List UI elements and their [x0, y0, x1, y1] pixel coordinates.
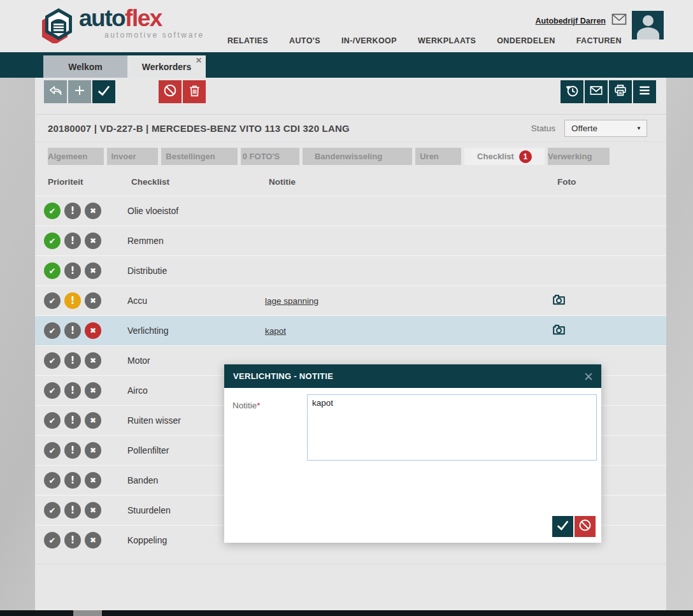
modal-confirm-button[interactable]	[552, 516, 573, 537]
priority-ok-icon[interactable]: ✔	[44, 292, 61, 309]
priority-ok-icon[interactable]: ✔	[44, 352, 61, 369]
tab-werkorders[interactable]: Werkorders ✕	[127, 55, 206, 78]
priority-warning-icon[interactable]: !	[64, 502, 81, 519]
autoflex-logo-icon	[42, 6, 75, 46]
workflow-tab[interactable]: Algemeen	[48, 148, 104, 165]
close-tab-icon[interactable]: ✕	[196, 56, 202, 65]
priority-error-icon[interactable]: ✖	[85, 472, 101, 489]
back-button[interactable]	[44, 80, 67, 103]
priority-warning-icon[interactable]: !	[64, 532, 81, 548]
delete-button[interactable]	[183, 80, 206, 103]
prohibition-icon	[577, 517, 593, 536]
camera-icon[interactable]	[551, 292, 567, 308]
history-button[interactable]	[561, 80, 583, 103]
priority-warning-icon[interactable]: !	[64, 262, 81, 279]
status-dropdown[interactable]: Offerte ▼	[564, 120, 647, 137]
col-notitie: Notitie	[269, 177, 554, 187]
priority-warning-icon[interactable]: !	[64, 472, 81, 489]
note-textarea[interactable]: kapot	[307, 394, 597, 461]
person-icon	[643, 15, 654, 26]
priority-error-icon[interactable]: ✖	[85, 412, 101, 429]
table-row[interactable]: ✔ ! ✖ Olie vloeistof	[35, 196, 666, 226]
undo-arrow-icon	[47, 82, 64, 101]
priority-error-icon[interactable]: ✖	[85, 382, 101, 399]
workflow-tab[interactable]: Bestellingen	[161, 148, 238, 165]
window-tabbar: Welkom Werkorders ✕	[0, 52, 693, 78]
table-row[interactable]: ✔ ! ✖ Verlichting kapot	[35, 315, 666, 345]
table-row[interactable]: ✔ ! ✖ Remmen	[35, 226, 666, 255]
nav-item[interactable]: FACTUREN	[576, 36, 622, 45]
print-button[interactable]	[609, 80, 632, 103]
check-icon	[96, 82, 112, 101]
priority-warning-icon[interactable]: !	[64, 442, 81, 459]
tab-count-badge: 1	[519, 150, 532, 163]
priority-error-icon[interactable]: ✖	[85, 352, 101, 369]
table-row[interactable]: ✔ ! ✖ Distributie	[35, 255, 666, 285]
workflow-tabs: Algemeen Invoer Bestellingen 0 FOTO'S Ba…	[35, 142, 666, 168]
account-link[interactable]: Autobedrijf Darren	[536, 17, 606, 25]
priority-ok-icon[interactable]: ✔	[44, 412, 61, 429]
add-button[interactable]	[68, 80, 91, 103]
camera-icon[interactable]	[551, 322, 567, 338]
note-link[interactable]: lage spanning	[265, 296, 318, 306]
nav-item[interactable]: WERKPLAATS	[418, 36, 476, 45]
modal-close-icon[interactable]: ✕	[583, 369, 594, 383]
priority-ok-icon[interactable]: ✔	[44, 262, 61, 279]
main-nav: RELATIESAUTO'SIN-/VERKOOPWERKPLAATSONDER…	[227, 36, 622, 45]
logo-wordmark: autoflex	[79, 6, 204, 30]
toolbar	[35, 78, 666, 115]
note-link[interactable]: kapot	[265, 326, 286, 336]
workflow-tab[interactable]: Verwerking	[548, 148, 610, 165]
workflow-tab[interactable]: 0 FOTO'S	[241, 148, 299, 165]
priority-ok-icon[interactable]: ✔	[44, 532, 61, 548]
tab-welkom[interactable]: Welkom	[43, 55, 127, 78]
priority-ok-icon[interactable]: ✔	[44, 322, 61, 339]
priority-ok-icon[interactable]: ✔	[44, 472, 61, 489]
priority-warning-icon[interactable]: !	[64, 233, 81, 249]
hamburger-icon	[636, 82, 653, 101]
priority-error-icon[interactable]: ✖	[85, 502, 101, 519]
priority-error-icon[interactable]: ✖	[85, 442, 101, 459]
nav-item[interactable]: IN-/VERKOOP	[341, 36, 397, 45]
priority-ok-icon[interactable]: ✔	[44, 382, 61, 399]
cancel-button[interactable]	[159, 80, 182, 103]
avatar[interactable]	[632, 11, 664, 39]
priority-ok-icon[interactable]: ✔	[44, 442, 61, 459]
envelope-icon[interactable]	[611, 13, 627, 28]
priority-ok-icon[interactable]: ✔	[44, 233, 61, 249]
priority-error-icon[interactable]: ✖	[85, 532, 101, 548]
workflow-tab[interactable]: Bandenwisseling	[303, 148, 412, 165]
save-button[interactable]	[92, 80, 115, 103]
mail-button[interactable]	[585, 80, 608, 103]
priority-ok-icon[interactable]: ✔	[44, 502, 61, 519]
autoflex-logo[interactable]: autoflex automotive software	[42, 6, 204, 46]
table-row[interactable]: ✔ ! ✖ Accu lage spanning	[35, 285, 666, 315]
priority-warning-icon[interactable]: !	[64, 382, 81, 399]
priority-error-icon[interactable]: ✖	[85, 262, 101, 279]
logo-tagline: automotive software	[104, 31, 204, 39]
priority-warning-icon[interactable]: !	[64, 352, 81, 369]
workflow-tab[interactable]: Invoer	[107, 148, 158, 165]
priority-error-icon[interactable]: ✖	[85, 292, 101, 309]
checklist-item-label: Remmen	[124, 236, 265, 246]
priority-error-icon[interactable]: ✖	[85, 203, 101, 219]
priority-error-icon[interactable]: ✖	[85, 322, 101, 339]
workflow-tab[interactable]: Checklist 1	[464, 148, 545, 165]
priority-warning-icon[interactable]: !	[64, 412, 81, 429]
priority-warning-icon[interactable]: !	[64, 322, 81, 339]
checklist-table-header: Prioriteit Checklist Notitie Foto	[35, 168, 666, 196]
modal-cancel-button[interactable]	[575, 516, 596, 537]
required-asterisk: *	[257, 401, 260, 410]
priority-error-icon[interactable]: ✖	[85, 233, 101, 249]
col-checklist: Checklist	[127, 177, 269, 187]
menu-button[interactable]	[633, 80, 656, 103]
nav-item[interactable]: ONDERDELEN	[497, 36, 555, 45]
priority-warning-icon[interactable]: !	[64, 203, 81, 219]
priority-warning-icon[interactable]: !	[64, 292, 81, 309]
workflow-tab[interactable]: Uren	[415, 148, 461, 165]
priority-ok-icon[interactable]: ✔	[44, 203, 61, 219]
nav-item[interactable]: RELATIES	[227, 36, 268, 45]
checklist-item-label: Accu	[124, 296, 265, 306]
history-icon	[564, 82, 580, 101]
nav-item[interactable]: AUTO'S	[289, 36, 320, 45]
